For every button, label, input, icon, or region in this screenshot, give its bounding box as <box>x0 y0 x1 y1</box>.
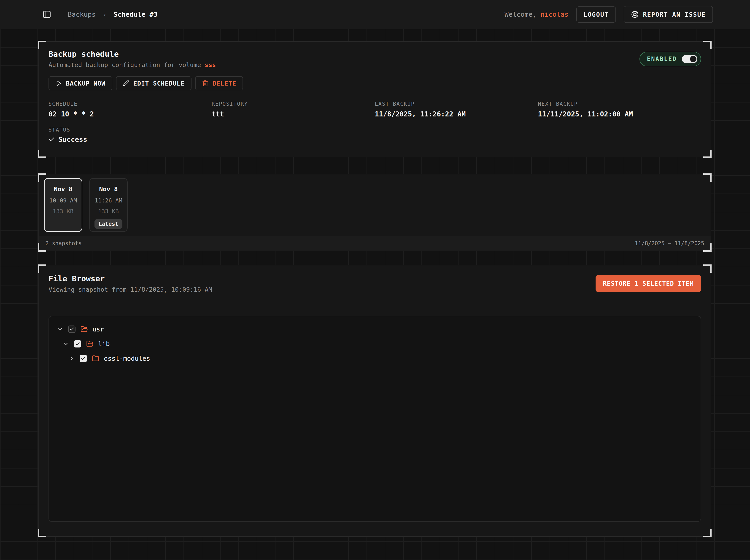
panel-title: Backup schedule <box>48 49 216 59</box>
enabled-toggle[interactable]: ENABLED <box>639 52 701 66</box>
chevron-right-icon[interactable] <box>68 356 75 361</box>
field-value: ttt <box>212 110 375 118</box>
snapshot-card[interactable]: Nov 8 11:26 AM 133 KB Latest <box>89 178 128 232</box>
folder-open-icon <box>81 325 88 333</box>
corner-bracket <box>38 264 46 273</box>
status-text: Success <box>58 136 87 143</box>
enabled-label: ENABLED <box>647 56 677 62</box>
play-icon <box>55 80 62 86</box>
panel-title: File Browser <box>48 274 212 283</box>
tree-item-lib[interactable]: lib <box>49 337 700 351</box>
snapshots-footer: 2 snapshots 11/8/2025 – 11/8/2025 <box>39 236 711 251</box>
snapshots-panel: Nov 8 10:09 AM 133 KB Nov 8 11:26 AM 133… <box>38 174 711 251</box>
file-browser-title-block: File Browser Viewing snapshot from 11/8/… <box>48 274 212 293</box>
panel-subtitle: Viewing snapshot from 11/8/2025, 10:09:1… <box>48 286 212 293</box>
snapshot-date: Nov 8 <box>99 185 118 193</box>
field-label: SCHEDULE <box>48 101 212 107</box>
restore-selected-button[interactable]: RESTORE 1 SELECTED ITEM <box>596 275 701 292</box>
logout-label: LOGOUT <box>584 11 609 18</box>
backup-now-button[interactable]: BACKUP NOW <box>48 76 112 91</box>
checkbox[interactable] <box>74 340 81 347</box>
delete-button[interactable]: DELETE <box>195 76 243 91</box>
breadcrumb-backups[interactable]: Backups <box>68 11 96 18</box>
field-value: 02 10 * * 2 <box>48 110 212 118</box>
field-label: REPOSITORY <box>212 101 375 107</box>
check-icon <box>48 136 55 142</box>
corner-bracket <box>38 41 46 49</box>
field-status: STATUS Success <box>48 127 701 143</box>
folder-icon <box>92 355 99 362</box>
folder-open-icon <box>86 340 94 347</box>
corner-bracket <box>703 41 712 49</box>
top-bar: Backups › Schedule #3 Welcome, nicolas L… <box>0 0 750 29</box>
toggle-switch[interactable] <box>682 55 697 63</box>
pencil-icon <box>123 80 129 86</box>
corner-bracket <box>703 529 712 537</box>
backup-now-label: BACKUP NOW <box>66 80 105 87</box>
welcome-text: Welcome, nicolas <box>505 11 568 18</box>
checkbox[interactable] <box>80 355 87 362</box>
checkbox[interactable] <box>68 325 76 333</box>
file-browser-panel: File Browser Viewing snapshot from 11/8/… <box>38 265 711 537</box>
field-value: 11/11/2025, 11:02:00 AM <box>538 110 701 118</box>
snapshot-time: 11:26 AM <box>95 197 122 204</box>
breadcrumb: Backups › Schedule #3 <box>68 11 157 19</box>
delete-label: DELETE <box>213 80 236 87</box>
breadcrumb-current: Schedule #3 <box>114 11 157 18</box>
field-last-backup: LAST BACKUP 11/8/2025, 11:26:22 AM <box>375 101 538 118</box>
snapshot-size: 133 KB <box>98 208 119 215</box>
corner-bracket <box>703 149 712 158</box>
snapshot-time: 10:09 AM <box>50 197 77 204</box>
snapshot-count: 2 snapshots <box>45 240 82 246</box>
field-label: NEXT BACKUP <box>538 101 701 107</box>
schedule-title-block: Backup schedule Automated backup configu… <box>48 49 216 68</box>
edit-schedule-button[interactable]: EDIT SCHEDULE <box>116 76 192 91</box>
username: nicolas <box>540 11 568 18</box>
tree-item-label: lib <box>98 340 110 348</box>
panel-left-icon <box>43 10 51 19</box>
field-value: 11/8/2025, 11:26:22 AM <box>375 110 538 118</box>
schedule-actions: BACKUP NOW EDIT SCHEDULE DELETE <box>48 76 701 91</box>
report-issue-button[interactable]: REPORT AN ISSUE <box>624 6 713 23</box>
welcome-prefix: Welcome, <box>505 11 536 18</box>
snapshot-card-selected[interactable]: Nov 8 10:09 AM 133 KB <box>44 178 82 232</box>
subtitle-prefix: Automated backup configuration for volum… <box>48 61 205 68</box>
lifebuoy-icon <box>631 11 639 18</box>
field-label: STATUS <box>48 127 701 133</box>
chevron-down-icon[interactable] <box>57 326 63 332</box>
field-label: LAST BACKUP <box>375 101 538 107</box>
sidebar-toggle-button[interactable] <box>43 10 51 19</box>
field-repository: REPOSITORY ttt <box>212 101 375 118</box>
report-issue-label: REPORT AN ISSUE <box>643 11 706 18</box>
tree-item-ossl-modules[interactable]: ossl-modules <box>49 351 700 366</box>
trash-icon <box>202 80 209 86</box>
snapshot-date: Nov 8 <box>54 185 72 193</box>
topbar-right: Welcome, nicolas LOGOUT REPORT AN ISSUE <box>505 6 713 23</box>
logout-button[interactable]: LOGOUT <box>576 6 616 23</box>
toggle-knob <box>690 56 696 62</box>
edit-schedule-label: EDIT SCHEDULE <box>133 80 185 87</box>
snapshot-date-range: 11/8/2025 – 11/8/2025 <box>635 240 704 246</box>
snapshot-size: 133 KB <box>53 208 74 215</box>
field-next-backup: NEXT BACKUP 11/11/2025, 11:02:00 AM <box>538 101 701 118</box>
schedule-details: SCHEDULE 02 10 * * 2 REPOSITORY ttt LAST… <box>48 101 701 118</box>
file-tree: usr lib <box>48 316 701 522</box>
backup-schedule-panel: Backup schedule Automated backup configu… <box>38 41 711 157</box>
latest-badge: Latest <box>95 219 123 229</box>
main-content: Backup schedule Automated backup configu… <box>38 41 711 537</box>
status-value: Success <box>48 136 701 143</box>
field-schedule: SCHEDULE 02 10 * * 2 <box>48 101 212 118</box>
tree-item-label: ossl-modules <box>104 355 150 362</box>
corner-bracket <box>38 529 46 537</box>
corner-bracket <box>38 149 46 158</box>
chevron-right-icon: › <box>102 11 106 19</box>
tree-item-usr[interactable]: usr <box>49 322 700 337</box>
panel-subtitle: Automated backup configuration for volum… <box>48 61 216 68</box>
snapshot-strip: Nov 8 10:09 AM 133 KB Nov 8 11:26 AM 133… <box>43 178 706 236</box>
chevron-down-icon[interactable] <box>63 341 69 347</box>
tree-item-label: usr <box>93 325 104 333</box>
corner-bracket <box>703 264 712 273</box>
volume-name: sss <box>205 61 216 68</box>
